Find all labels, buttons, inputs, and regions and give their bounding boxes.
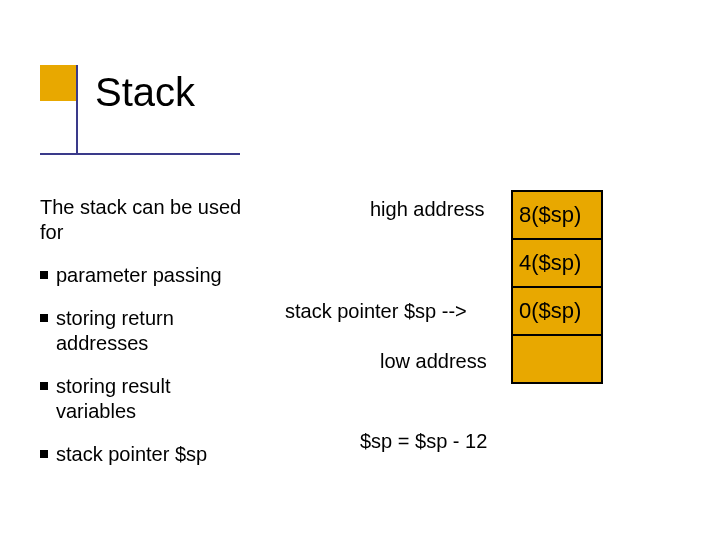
label-high-address: high address bbox=[370, 198, 485, 221]
label-low-address: low address bbox=[380, 350, 487, 373]
title-decoration bbox=[40, 65, 80, 145]
bullet-parameter-passing: parameter passing bbox=[40, 263, 250, 288]
bullet-storing-result: storing result variables bbox=[40, 374, 250, 424]
label-stack-pointer-arrow: stack pointer $sp --> bbox=[285, 300, 467, 323]
stack-cell-4sp: 4($sp) bbox=[512, 239, 602, 287]
slide-title: Stack bbox=[95, 70, 195, 115]
stack-diagram: 8($sp) 4($sp) 0($sp) bbox=[511, 190, 603, 384]
stack-cell-empty bbox=[512, 335, 602, 383]
decoration-hline bbox=[40, 153, 240, 155]
stack-cell-8sp: 8($sp) bbox=[512, 191, 602, 239]
label-sp-equation: $sp = $sp - 12 bbox=[360, 430, 487, 453]
intro-text: The stack can be used for bbox=[40, 195, 250, 245]
bullet-stack-pointer: stack pointer $sp bbox=[40, 442, 250, 467]
stack-cell-0sp: 0($sp) bbox=[512, 287, 602, 335]
left-column: The stack can be used for parameter pass… bbox=[40, 195, 250, 485]
decoration-vline bbox=[76, 65, 78, 155]
bullet-storing-return: storing return addresses bbox=[40, 306, 250, 356]
decoration-square bbox=[40, 65, 76, 101]
